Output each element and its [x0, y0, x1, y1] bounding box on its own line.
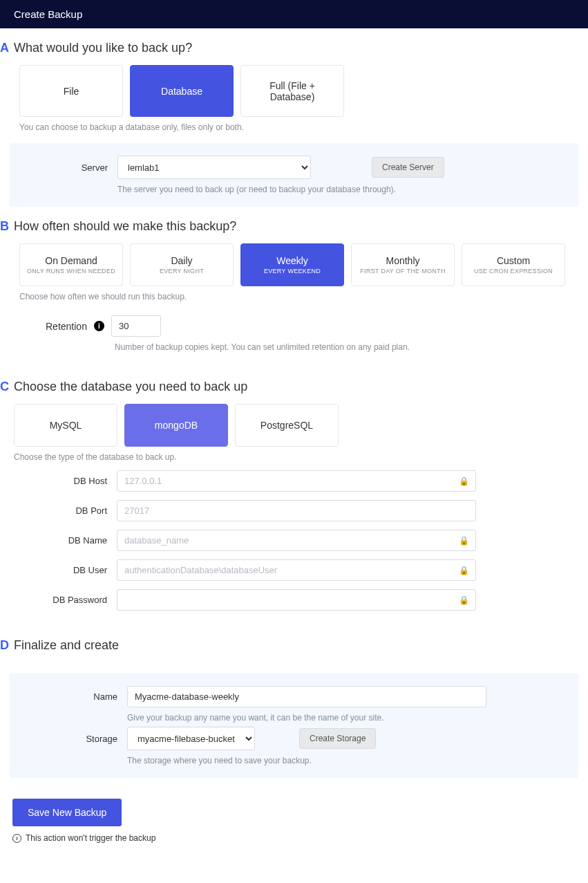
page-header: Create Backup: [0, 0, 588, 28]
section-c-heading: C Choose the database you need to back u…: [0, 380, 588, 404]
server-label: Server: [25, 162, 108, 173]
server-helper: The server you need to back up (or need …: [117, 185, 563, 194]
server-select[interactable]: lemlab1: [117, 156, 311, 179]
freq-weekly[interactable]: Weekly EVERY WEEKEND: [240, 243, 344, 286]
section-letter-b: B: [0, 219, 12, 234]
db-name-input[interactable]: [117, 530, 476, 551]
freq-ondemand[interactable]: On Demand ONLY RUNS WHEN NEEDED: [19, 243, 123, 286]
storage-helper: The storage where you need to save your …: [127, 756, 563, 765]
backup-type-full[interactable]: Full (File + Database): [240, 65, 344, 117]
db-port-label: DB Port: [14, 505, 107, 516]
db-password-label: DB Password: [14, 595, 107, 605]
section-backup-type: A What would you like to back up? File D…: [0, 41, 588, 207]
section-d-heading: D Finalize and create: [0, 638, 588, 662]
backup-type-database[interactable]: Database: [130, 65, 234, 117]
lock-icon: 🔒: [459, 536, 469, 546]
name-helper: Give your backup any name you want, it c…: [127, 713, 563, 723]
db-name-label: DB Name: [14, 535, 107, 546]
db-user-input[interactable]: [117, 559, 476, 581]
db-host-input[interactable]: [117, 470, 476, 492]
db-password-input[interactable]: [117, 589, 476, 611]
db-mysql[interactable]: MySQL: [14, 404, 117, 447]
name-label: Name: [25, 691, 117, 702]
lock-icon: 🔒: [459, 476, 469, 486]
finalize-panel: Name Give your backup any name you want,…: [10, 673, 578, 778]
db-mongodb[interactable]: mongoDB: [124, 404, 228, 447]
section-b-heading: B How often should we make this backup?: [0, 219, 588, 243]
backup-type-file[interactable]: File: [19, 65, 123, 117]
retention-label: Retention: [46, 321, 87, 332]
info-icon-outline: i: [12, 834, 21, 843]
db-helper: Choose the type of the database to back …: [14, 452, 574, 462]
create-server-button[interactable]: Create Server: [372, 157, 444, 178]
freq-monthly[interactable]: Monthly FIRST DAY OF THE MONTH: [351, 243, 455, 286]
db-user-label: DB User: [14, 565, 107, 575]
db-port-input[interactable]: [117, 500, 476, 521]
retention-helper: Number of backup copies kept. You can se…: [115, 342, 574, 352]
server-panel: Server lemlab1 Create Server The server …: [10, 143, 578, 207]
section-letter-a: A: [0, 41, 12, 55]
create-storage-button[interactable]: Create Storage: [299, 728, 376, 749]
section-database: C Choose the database you need to back u…: [0, 380, 588, 611]
lock-icon: 🔒: [459, 566, 469, 575]
section-letter-d: D: [0, 638, 12, 653]
freq-helper: Choose how often we should run this back…: [19, 292, 574, 301]
backup-type-helper: You can choose to backup a database only…: [19, 122, 574, 132]
db-postgresql[interactable]: PostgreSQL: [235, 404, 339, 447]
footer-note: i This action won't trigger the backup: [12, 833, 576, 843]
info-icon[interactable]: i: [94, 321, 104, 331]
section-a-heading: A What would you like to back up?: [0, 41, 588, 65]
retention-input[interactable]: [111, 315, 161, 337]
section-letter-c: C: [0, 380, 12, 394]
section-frequency: B How often should we make this backup? …: [0, 219, 588, 352]
freq-custom[interactable]: Custom USE CRON EXPRESSION: [462, 243, 565, 286]
storage-label: Storage: [25, 734, 117, 744]
page-title: Create Backup: [14, 8, 82, 20]
freq-daily[interactable]: Daily EVERY NIGHT: [130, 243, 234, 286]
db-host-label: DB Host: [14, 476, 107, 486]
storage-select[interactable]: myacme-filebase-bucket: [127, 727, 255, 750]
save-backup-button[interactable]: Save New Backup: [12, 799, 122, 826]
lock-icon: 🔒: [459, 595, 469, 605]
section-finalize: D Finalize and create Name Give your bac…: [0, 638, 588, 778]
backup-name-input[interactable]: [127, 686, 486, 707]
